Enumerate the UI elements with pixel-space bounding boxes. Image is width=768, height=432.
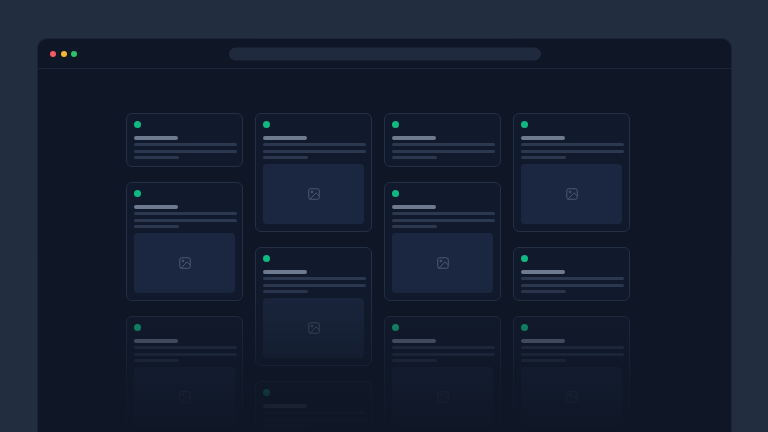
skeleton-line xyxy=(263,284,366,287)
skeleton-line xyxy=(392,346,495,349)
image-icon xyxy=(178,390,192,404)
image-placeholder xyxy=(392,367,493,427)
skeleton-line xyxy=(263,290,308,293)
image-icon xyxy=(436,256,450,270)
skeleton-line xyxy=(263,150,366,153)
minimize-button[interactable] xyxy=(61,51,67,57)
status-dot-icon xyxy=(392,121,399,128)
skeleton-title xyxy=(392,205,436,209)
skeleton-line xyxy=(134,353,237,356)
browser-window xyxy=(37,38,732,432)
close-button[interactable] xyxy=(50,51,56,57)
skeleton-line xyxy=(392,353,495,356)
card[interactable] xyxy=(384,182,501,301)
skeleton-line xyxy=(263,424,308,427)
skeleton-line xyxy=(392,212,495,215)
browser-titlebar xyxy=(38,39,731,69)
image-placeholder xyxy=(392,233,493,293)
skeleton-line xyxy=(392,143,495,146)
traffic-lights xyxy=(50,51,77,57)
skeleton-line xyxy=(134,346,237,349)
skeleton-line xyxy=(263,277,366,280)
skeleton-line xyxy=(521,150,624,153)
skeleton-line xyxy=(134,156,179,159)
status-dot-icon xyxy=(134,190,141,197)
card-grid xyxy=(38,69,731,432)
skeleton-line xyxy=(392,156,437,159)
url-bar[interactable] xyxy=(229,47,541,60)
skeleton-title xyxy=(392,136,436,140)
image-placeholder xyxy=(263,298,364,358)
skeleton-line xyxy=(263,418,366,421)
skeleton-line xyxy=(521,353,624,356)
status-dot-icon xyxy=(134,121,141,128)
skeleton-title xyxy=(134,339,178,343)
skeleton-line xyxy=(521,284,624,287)
image-placeholder xyxy=(134,367,235,427)
card-column xyxy=(384,113,501,432)
skeleton-line xyxy=(521,346,624,349)
card[interactable] xyxy=(126,316,243,432)
skeleton-line xyxy=(521,156,566,159)
card[interactable] xyxy=(126,182,243,301)
card-column xyxy=(255,113,372,432)
status-dot-icon xyxy=(521,324,528,331)
skeleton-line xyxy=(263,156,308,159)
image-icon xyxy=(307,187,321,201)
image-icon xyxy=(307,321,321,335)
skeleton-title xyxy=(263,136,307,140)
status-dot-icon xyxy=(263,255,270,262)
skeleton-title xyxy=(134,136,178,140)
skeleton-line xyxy=(521,359,566,362)
skeleton-title xyxy=(521,339,565,343)
image-icon xyxy=(436,390,450,404)
image-placeholder xyxy=(521,367,622,427)
image-placeholder xyxy=(521,164,622,224)
card-column xyxy=(126,113,243,432)
image-placeholder xyxy=(263,164,364,224)
status-dot-icon xyxy=(134,324,141,331)
status-dot-icon xyxy=(392,190,399,197)
card[interactable] xyxy=(255,381,372,432)
image-icon xyxy=(565,187,579,201)
card[interactable] xyxy=(513,316,630,432)
skeleton-line xyxy=(263,143,366,146)
card-column xyxy=(513,113,630,432)
skeleton-line xyxy=(134,212,237,215)
skeleton-title xyxy=(134,205,178,209)
card[interactable] xyxy=(384,316,501,432)
image-placeholder xyxy=(134,233,235,293)
image-icon xyxy=(565,390,579,404)
card[interactable] xyxy=(126,113,243,167)
skeleton-line xyxy=(392,359,437,362)
page xyxy=(0,0,768,432)
image-icon xyxy=(178,256,192,270)
skeleton-line xyxy=(134,150,237,153)
skeleton-line xyxy=(521,277,624,280)
card[interactable] xyxy=(513,113,630,232)
skeleton-title xyxy=(521,270,565,274)
status-dot-icon xyxy=(521,121,528,128)
skeleton-line xyxy=(134,143,237,146)
skeleton-line xyxy=(521,290,566,293)
card[interactable] xyxy=(513,247,630,301)
card[interactable] xyxy=(255,113,372,232)
skeleton-title xyxy=(263,404,307,408)
skeleton-line xyxy=(134,359,179,362)
browser-content xyxy=(38,69,731,432)
card[interactable] xyxy=(255,247,372,366)
skeleton-title xyxy=(263,270,307,274)
status-dot-icon xyxy=(263,389,270,396)
skeleton-line xyxy=(134,219,237,222)
skeleton-line xyxy=(263,411,366,414)
skeleton-line xyxy=(392,150,495,153)
skeleton-line xyxy=(392,225,437,228)
skeleton-line xyxy=(521,143,624,146)
card[interactable] xyxy=(384,113,501,167)
skeleton-line xyxy=(392,219,495,222)
status-dot-icon xyxy=(392,324,399,331)
zoom-button[interactable] xyxy=(71,51,77,57)
skeleton-title xyxy=(521,136,565,140)
status-dot-icon xyxy=(263,121,270,128)
skeleton-line xyxy=(134,225,179,228)
